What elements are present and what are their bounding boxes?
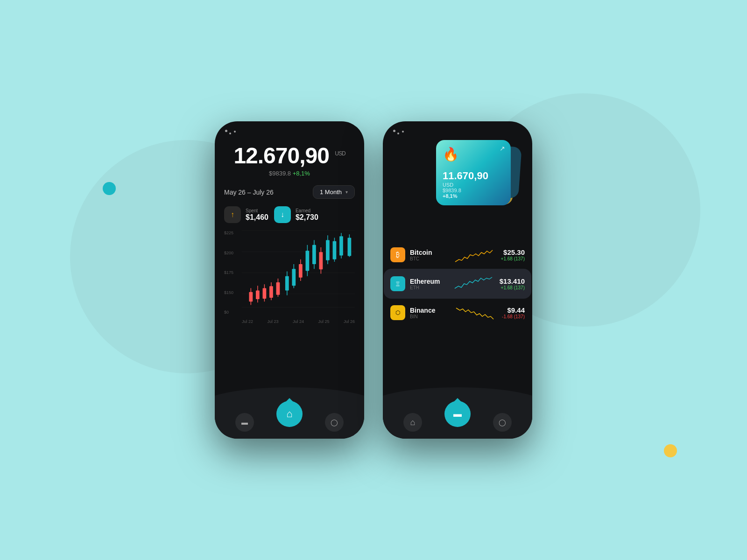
star-3: [234, 131, 236, 133]
date-range-row: May 26 – July 26 1 Month ▾: [224, 185, 355, 199]
bottom-nav-2: [383, 387, 532, 439]
bin-icon: ⬡: [390, 305, 405, 320]
svg-rect-18: [292, 269, 296, 286]
svg-rect-34: [348, 238, 352, 256]
svg-rect-10: [263, 288, 267, 299]
star-5: [397, 133, 399, 134]
nav-profile-btn[interactable]: [325, 413, 344, 432]
bin-price-info: $9.44 -1.68 (137): [502, 306, 525, 319]
btc-change: +1.68 (137): [501, 256, 525, 261]
svg-rect-8: [256, 291, 260, 300]
eth-name: Ethereum: [410, 278, 450, 285]
chevron-down-icon: ▾: [345, 189, 348, 195]
btc-icon: ₿: [390, 247, 405, 262]
spent-label: Spent: [246, 208, 268, 213]
crypto-bitcoin[interactable]: ₿ Bitcoin BTC $25.30 +1.68 (137): [390, 241, 525, 269]
usd-label: USD: [335, 150, 345, 157]
bin-symbol: BIN: [410, 314, 451, 319]
eth-price: $13.410: [500, 277, 525, 285]
x-label-jul23: Jul 23: [267, 319, 278, 324]
main-balance: 12.670,90 USD: [224, 121, 355, 167]
stat-earned: Earned $2,730: [274, 206, 318, 223]
bin-chart-svg: [456, 303, 493, 322]
star-6: [402, 131, 404, 133]
stat-spent: Spent $1,460: [224, 206, 268, 223]
month-selector-label: 1 Month: [320, 189, 342, 196]
yellow-dot: [664, 444, 677, 457]
nav-home-btn[interactable]: [276, 401, 303, 427]
date-range: May 26 – July 26: [224, 189, 274, 196]
eth-chart-svg: [455, 274, 492, 293]
nav-icons-1: [215, 401, 364, 432]
card-usd: $9839.8: [443, 188, 504, 193]
nav-icons-2: [383, 401, 532, 432]
nav-active-indicator: [286, 398, 293, 402]
btc-chart-svg: [455, 245, 493, 264]
card-currency: USD: [443, 182, 504, 188]
eth-symbol: ETH: [410, 285, 450, 290]
card-arrow-icon: ↗: [500, 145, 505, 152]
spent-info: Spent $1,460: [246, 208, 268, 222]
earned-value: $2,730: [296, 213, 318, 222]
card-change: +8,1%: [443, 193, 504, 199]
y-label-0: $0: [224, 310, 240, 315]
phones-container: 12.670,90 USD $9839.8 +8,1% May 26 – Jul…: [215, 121, 532, 439]
x-label-jul26: Jul 26: [344, 319, 355, 324]
btc-symbol: BTC: [410, 256, 451, 261]
sub-change: +8,1%: [293, 170, 310, 177]
nav-wallet-btn-2[interactable]: [444, 401, 471, 427]
card-details: 11.670,90 USD $9839.8 +8,1%: [443, 170, 504, 199]
card-stack: ↗ 🔥 11.670,90 USD $9839.8 +8,1%: [390, 140, 525, 233]
svg-rect-22: [305, 251, 309, 271]
nav-wallet-btn[interactable]: [235, 413, 254, 432]
nav-profile-btn-2[interactable]: [493, 413, 512, 432]
spent-value: $1,460: [246, 213, 268, 222]
bin-mini-chart: [456, 303, 498, 322]
phone-1: 12.670,90 USD $9839.8 +8,1% May 26 – Jul…: [215, 121, 364, 439]
card-front[interactable]: ↗ 🔥 11.670,90 USD $9839.8 +8,1%: [436, 140, 511, 205]
stars-decoration-2: [393, 130, 404, 134]
eth-mini-chart: [455, 274, 495, 293]
nav-wallet-container-2: [444, 401, 471, 432]
svg-rect-28: [326, 240, 330, 260]
x-label-jul22: Jul 22: [242, 319, 253, 324]
svg-rect-20: [299, 264, 303, 278]
bin-info: Binance BIN: [410, 307, 451, 319]
svg-rect-12: [269, 286, 273, 298]
chart-labels-y: $225 $200 $175 $150 $0: [224, 231, 240, 315]
btc-name: Bitcoin: [410, 249, 451, 256]
card-amount: 11.670,90: [443, 170, 504, 182]
earned-label: Earned: [296, 208, 318, 213]
spent-icon: [224, 206, 241, 223]
chart-canvas: [242, 231, 355, 315]
phone-2: ↗ 🔥 11.670,90 USD $9839.8 +8,1% ₿ Bitcoi…: [383, 121, 532, 439]
main-amount: 12.670,90 USD: [224, 145, 355, 167]
month-selector[interactable]: 1 Month ▾: [313, 185, 355, 199]
stars-decoration: [225, 130, 236, 134]
chart-area: $225 $200 $175 $150 $0: [224, 231, 355, 324]
eth-price-info: $13.410 +1.68 (137): [500, 277, 525, 290]
btc-info: Bitcoin BTC: [410, 249, 451, 261]
candlestick-svg: [242, 231, 355, 315]
svg-rect-14: [276, 282, 280, 295]
btc-price: $25.30: [501, 248, 525, 256]
teal-dot: [103, 182, 116, 195]
y-label-175: $175: [224, 270, 240, 275]
svg-rect-32: [339, 236, 343, 255]
crypto-binance[interactable]: ⬡ Binance BIN $9.44 -1.68 (137): [390, 299, 525, 327]
main-sub: $9839.8 +8,1%: [224, 170, 355, 177]
y-label-150: $150: [224, 290, 240, 295]
earned-icon: [274, 206, 291, 223]
crypto-ethereum[interactable]: Ξ Ethereum ETH $13.410 +1.68 (137): [384, 269, 531, 299]
svg-rect-26: [319, 252, 323, 269]
nav-home-btn-2[interactable]: [403, 413, 422, 432]
nav-active-indicator-2: [454, 398, 461, 402]
bottom-nav-1: [215, 387, 364, 439]
bin-name: Binance: [410, 307, 451, 314]
svg-rect-24: [312, 245, 316, 264]
star-2: [229, 133, 231, 134]
y-label-200: $200: [224, 251, 240, 255]
x-label-jul24: Jul 24: [293, 319, 304, 324]
eth-icon: Ξ: [390, 276, 405, 291]
phone1-content: 12.670,90 USD $9839.8 +8,1% May 26 – Jul…: [215, 121, 364, 324]
